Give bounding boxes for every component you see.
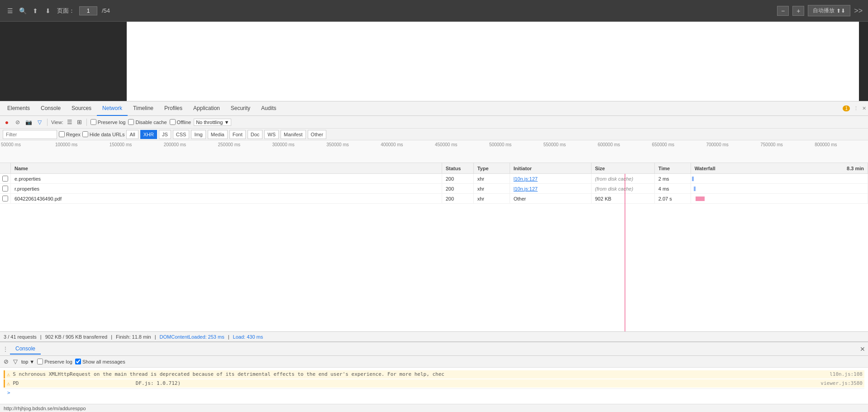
- context-select[interactable]: top ▼: [21, 359, 34, 364]
- table-row[interactable]: e.properties 200 xhr l10n.js:127 (from d…: [0, 174, 868, 184]
- tab-application[interactable]: Application: [188, 101, 225, 116]
- preserve-log-checkbox[interactable]: Preserve log: [91, 119, 126, 125]
- filter-font[interactable]: Font: [229, 130, 246, 139]
- warn-icon-1: ⚠: [7, 371, 10, 378]
- warn-text-1: S nchronous XMLHttpRequest on the main t…: [13, 371, 827, 377]
- row2-time: 4 ms: [655, 184, 691, 193]
- tl-8: 450000 ms: [434, 142, 488, 147]
- console-tab[interactable]: Console: [10, 344, 41, 355]
- row3-checkbox[interactable]: [0, 194, 11, 203]
- th-status[interactable]: Status: [442, 163, 474, 173]
- grid-view-btn[interactable]: ⊞: [76, 118, 83, 126]
- table-row[interactable]: r.properties 200 xhr l10n.js:127 (from d…: [0, 184, 868, 194]
- sidebar-toggle-icon[interactable]: ☰: [5, 6, 14, 15]
- console-tab-bar: ⋮ Console ✕: [0, 342, 868, 356]
- row3-name: 60422061436490.pdf: [11, 194, 442, 203]
- console-drag-icon: ⋮: [3, 346, 8, 352]
- tab-network[interactable]: Network: [97, 101, 128, 116]
- row1-name: e.properties: [11, 174, 442, 183]
- th-name[interactable]: Name: [11, 163, 442, 173]
- tab-elements[interactable]: Elements: [2, 101, 35, 116]
- tl-4: 250000 ms: [217, 142, 272, 147]
- search-icon[interactable]: 🔍: [18, 6, 27, 15]
- filter-manifest[interactable]: Manifest: [281, 130, 306, 139]
- close-devtools-icon[interactable]: ✕: [862, 105, 866, 111]
- filter-bar: Regex Hide data URLs All XHR JS CSS Img …: [0, 129, 868, 140]
- row2-name: r.properties: [11, 184, 442, 193]
- tab-timeline[interactable]: Timeline: [128, 101, 159, 116]
- filter-xhr[interactable]: XHR: [140, 130, 157, 139]
- tab-audits[interactable]: Audits: [256, 101, 281, 116]
- tab-sources[interactable]: Sources: [66, 101, 97, 116]
- dom-content-loaded-link[interactable]: DOMContentLoaded: 253 ms: [160, 334, 224, 340]
- tl-2: 150000 ms: [109, 142, 163, 147]
- filter-toggle-btn[interactable]: ▽: [35, 118, 43, 126]
- top-bar: ☰ 🔍 ⬆ ⬇ 页面： /54 − + 自动播放 ⬆⬇ >>: [0, 0, 868, 22]
- zoom-out-btn[interactable]: −: [777, 6, 789, 16]
- row1-checkbox[interactable]: [0, 174, 11, 183]
- filter-all[interactable]: All: [126, 130, 138, 139]
- table-row[interactable]: 60422061436490.pdf 200 xhr Other 902 KB …: [0, 194, 868, 204]
- expand-icon[interactable]: >>: [854, 7, 863, 15]
- timeline-labels: 50000 ms 100000 ms 150000 ms 200000 ms 2…: [0, 142, 868, 147]
- clear-btn[interactable]: ⊘: [14, 118, 22, 126]
- regex-checkbox[interactable]: Regex: [59, 131, 81, 137]
- warn-icon-2: ⚠: [7, 380, 10, 387]
- record-btn[interactable]: ●: [3, 118, 11, 126]
- zoom-in-btn[interactable]: +: [792, 6, 804, 16]
- tl-0: 50000 ms: [0, 142, 54, 147]
- console-section: ⋮ Console ✕ ⊘ ▽ top ▼ Preserve log Show …: [0, 341, 868, 412]
- waterfall-indicator: [625, 163, 625, 331]
- filter-other[interactable]: Other: [308, 130, 327, 139]
- tl-15: 800000 ms: [814, 142, 868, 147]
- forward-icon[interactable]: ⬇: [43, 6, 52, 15]
- th-time[interactable]: Time: [655, 163, 691, 173]
- th-size[interactable]: Size: [591, 163, 655, 173]
- console-input[interactable]: [13, 390, 861, 396]
- disable-cache-checkbox[interactable]: Disable cache: [128, 119, 167, 125]
- th-type[interactable]: Type: [474, 163, 510, 173]
- row1-initiator[interactable]: l10n.js:127: [510, 174, 591, 183]
- auto-play-select[interactable]: 自动播放 ⬆⬇: [808, 5, 850, 16]
- clear-console-icon[interactable]: ⊘: [3, 357, 10, 366]
- show-all-messages-checkbox[interactable]: Show all messages: [75, 359, 125, 364]
- tl-3: 200000 ms: [163, 142, 217, 147]
- main-viewport: [0, 22, 868, 101]
- tab-console[interactable]: Console: [35, 101, 66, 116]
- devtools-tab-bar: Elements Console Sources Network Timelin…: [0, 101, 868, 116]
- warn-link-2[interactable]: viewer.js:3580: [820, 380, 863, 386]
- row1-type: xhr: [474, 174, 510, 183]
- console-filter-icon[interactable]: ▽: [12, 357, 19, 366]
- page-content: [127, 22, 859, 101]
- close-console-icon[interactable]: ✕: [860, 345, 865, 353]
- filter-doc[interactable]: Doc: [248, 130, 263, 139]
- throttle-select[interactable]: No throttling ▼: [194, 119, 231, 126]
- capture-screenshots-btn[interactable]: 📷: [24, 118, 33, 126]
- list-view-btn[interactable]: ☰: [66, 118, 73, 126]
- load-link[interactable]: Load: 430 ms: [233, 334, 263, 340]
- tl-14: 750000 ms: [759, 142, 814, 147]
- tab-profiles[interactable]: Profiles: [159, 101, 188, 116]
- request-count: 3 / 41 requests: [4, 334, 37, 340]
- row2-initiator[interactable]: l10n.js:127: [510, 184, 591, 193]
- filter-css[interactable]: CSS: [173, 130, 190, 139]
- th-waterfall[interactable]: Waterfall 8.3 min: [691, 163, 868, 173]
- filter-ws[interactable]: WS: [264, 130, 279, 139]
- warn-link-1[interactable]: l10n.js:108: [830, 371, 863, 377]
- offline-checkbox[interactable]: Offline: [170, 119, 191, 125]
- tl-5: 300000 ms: [271, 142, 325, 147]
- page-number-input[interactable]: [79, 6, 97, 15]
- tl-9: 500000 ms: [488, 142, 543, 147]
- filter-js[interactable]: JS: [159, 130, 171, 139]
- th-initiator[interactable]: Initiator: [510, 163, 591, 173]
- back-icon[interactable]: ⬆: [31, 6, 40, 15]
- separator-2: [86, 119, 87, 126]
- tab-security[interactable]: Security: [225, 101, 256, 116]
- filter-img[interactable]: Img: [191, 130, 205, 139]
- filter-input[interactable]: [3, 130, 57, 139]
- more-options-icon[interactable]: ⋮: [854, 105, 858, 111]
- filter-media[interactable]: Media: [208, 130, 228, 139]
- row2-checkbox[interactable]: [0, 184, 11, 193]
- console-preserve-log-checkbox[interactable]: Preserve log: [37, 359, 72, 364]
- hide-data-urls-checkbox[interactable]: Hide data URLs: [82, 131, 125, 137]
